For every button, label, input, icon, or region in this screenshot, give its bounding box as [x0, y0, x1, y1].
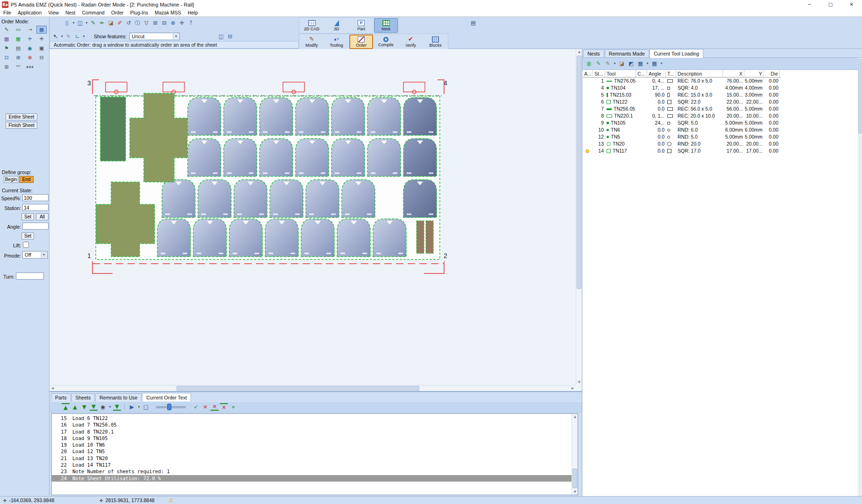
part-green-rect[interactable]	[100, 97, 126, 161]
tool-row[interactable]: 8TN220.10, 1...REC: 20.0 x 10.020.00...1…	[583, 112, 781, 119]
scroll-right-arrow[interactable]: ▶	[570, 385, 576, 391]
tool-row[interactable]: 5TN215.0390.0REC: 15.0 x 3.015.00...3.00…	[583, 91, 781, 98]
visibility-dropdown-icon[interactable]: ▾	[108, 403, 112, 411]
delete-order-text-icon[interactable]: ✕	[201, 403, 209, 411]
monitor-icon[interactable]: ⊡	[1, 54, 12, 62]
scroll-thumb[interactable]	[858, 59, 862, 133]
order-text-line[interactable]: 19Load 10 TN6	[52, 441, 572, 448]
monitor2-icon[interactable]: ⊞	[13, 54, 23, 62]
column-header[interactable]: Tool	[605, 70, 636, 77]
print-order-icon[interactable]: ▤	[13, 44, 23, 52]
docked-panel-icon[interactable]: ▤	[469, 19, 477, 27]
nested-part[interactable]	[342, 180, 375, 217]
column-header[interactable]: T...	[666, 70, 676, 77]
nested-part[interactable]	[332, 139, 365, 176]
more-commands-icon[interactable]: »	[229, 403, 237, 411]
delete-line-icon[interactable]: ✕	[211, 403, 219, 411]
scroll-up-arrow[interactable]: ▲	[572, 414, 578, 420]
menu-application[interactable]: Application	[14, 9, 45, 16]
finish-sheet-button[interactable]: Finish Sheet	[6, 122, 37, 129]
canvas-vertical-scrollbar[interactable]: ▲ ▼	[576, 49, 582, 385]
cad-2d-button[interactable]: 2D CAD	[300, 18, 324, 33]
order-text-list[interactable]: 15Load 6 TN12216Load 7 TN256.0517Load 8 …	[51, 413, 578, 495]
column-header[interactable]: Y	[744, 70, 764, 77]
scroll-down-arrow[interactable]: ▼	[572, 489, 578, 495]
slider-handle[interactable]	[167, 404, 171, 410]
menu-view[interactable]: View	[45, 9, 62, 16]
lift-checkbox[interactable]	[23, 242, 29, 248]
menu-plug-ins[interactable]: Plug-Ins	[127, 9, 152, 16]
order-text-line[interactable]: 20Load 12 TN5	[52, 448, 572, 455]
tab-current-tool-loading[interactable]: Current Tool Loading	[650, 49, 703, 58]
column-header[interactable]: Die	[764, 70, 780, 77]
order-window-icon[interactable]: ▭	[13, 26, 23, 34]
scroll-thumb[interactable]	[577, 56, 581, 289]
edit-tool-dropdown-icon[interactable]: ▾	[613, 60, 616, 68]
nest-drawing[interactable]: 3 4 1 2	[49, 49, 576, 385]
nested-part[interactable]	[260, 98, 293, 135]
column-header[interactable]: C...	[636, 70, 647, 77]
maximize-button[interactable]: □	[820, 0, 841, 9]
zoom-extents-icon[interactable]: ⊕	[169, 19, 177, 27]
order-text-line[interactable]: 22Load 14 TN117	[52, 462, 572, 468]
column-header[interactable]: A...	[583, 70, 593, 77]
stop-icon[interactable]: □	[142, 403, 150, 411]
polyline-dropdown-icon[interactable]: ▾	[82, 33, 85, 41]
tool-row[interactable]: 12TN50.0RND: 5.05.00mm5.00mm0.00	[583, 133, 781, 140]
nest-order-icon[interactable]: ▩	[1, 35, 12, 43]
sheet-icon[interactable]: ▣	[36, 44, 47, 52]
set-station-button[interactable]: Set	[21, 213, 34, 220]
polyline-icon[interactable]: ∟	[73, 33, 81, 41]
pattern-dropdown-icon[interactable]: ▾	[646, 60, 649, 68]
nested-part[interactable]	[224, 98, 257, 135]
nested-part[interactable]	[193, 219, 226, 257]
column-header[interactable]: Angle	[647, 70, 666, 77]
snap-grid-icon[interactable]: ⊞	[151, 19, 159, 27]
nest-button[interactable]: Nest	[374, 18, 398, 33]
column-header[interactable]: Description	[676, 70, 723, 77]
tool-loading-icon[interactable]: ◍	[585, 60, 593, 68]
angle-input[interactable]	[22, 223, 49, 230]
tool-row[interactable]: 13TN200.0RND: 20.020.00...20.00...0.00	[583, 140, 781, 147]
order-text-line[interactable]: 18Load 9 TN105	[52, 435, 572, 441]
order-button[interactable]: Order	[349, 35, 373, 49]
no-draw-icon[interactable]: ✎	[64, 33, 72, 41]
modify-button[interactable]: ✎Modify	[300, 35, 324, 49]
nested-part[interactable]	[403, 139, 437, 176]
column-header[interactable]: St...	[593, 70, 605, 77]
part-strip-1[interactable]	[417, 221, 424, 253]
menu-help[interactable]: Help	[184, 9, 201, 16]
begin-group-button[interactable]: Begin	[4, 176, 18, 183]
pattern2-icon[interactable]: ▦	[650, 60, 658, 68]
nested-part[interactable]	[234, 180, 267, 217]
set-angle-button[interactable]: Set	[21, 232, 34, 239]
order-position-slider[interactable]	[156, 406, 186, 408]
grid-icon[interactable]: ⊟	[160, 19, 168, 27]
nested-part[interactable]	[296, 98, 329, 135]
save-icon[interactable]: ◫	[76, 19, 84, 27]
tool-row[interactable]: 14TN1170.0SQR: 17.017.00...17.00...0.00	[583, 147, 781, 154]
nested-part[interactable]	[224, 139, 257, 176]
move-down-icon[interactable]: ▼	[80, 403, 88, 411]
nested-part[interactable]	[270, 180, 303, 217]
diagonal-split-icon[interactable]: ◩	[627, 60, 635, 68]
end-group-button[interactable]: End	[19, 176, 34, 183]
nested-part[interactable]	[162, 180, 195, 217]
scroll-thumb[interactable]	[572, 469, 577, 488]
cad-3d-button[interactable]: 3D	[325, 18, 348, 33]
move-free-icon[interactable]: ✛	[36, 35, 47, 43]
tool-row[interactable]: 4TN10417, ...SQR: 4.04.00mm4.00mm0.00	[583, 84, 781, 91]
auto-order-icon[interactable]: ▦	[36, 26, 47, 34]
save-dropdown-icon[interactable]: ▾	[85, 19, 88, 27]
canvas-horizontal-scrollbar[interactable]: ◀ ▶	[49, 385, 576, 391]
nested-part[interactable]	[403, 98, 437, 135]
move-to-bottom-icon[interactable]: ▼	[90, 403, 98, 411]
tooling-button[interactable]: Tooling	[325, 35, 348, 49]
verify-button[interactable]: ✔Verify	[399, 35, 423, 49]
delete-order-icon[interactable]: ⊗	[25, 54, 35, 62]
pattern-icon[interactable]: ▦	[636, 60, 644, 68]
speed-input[interactable]	[22, 194, 49, 201]
nested-part[interactable]	[367, 98, 401, 135]
move-up-icon[interactable]: ▲	[71, 403, 79, 411]
order-text-line[interactable]: 24Note Sheet Utilisation: 72.0 %	[52, 475, 572, 482]
